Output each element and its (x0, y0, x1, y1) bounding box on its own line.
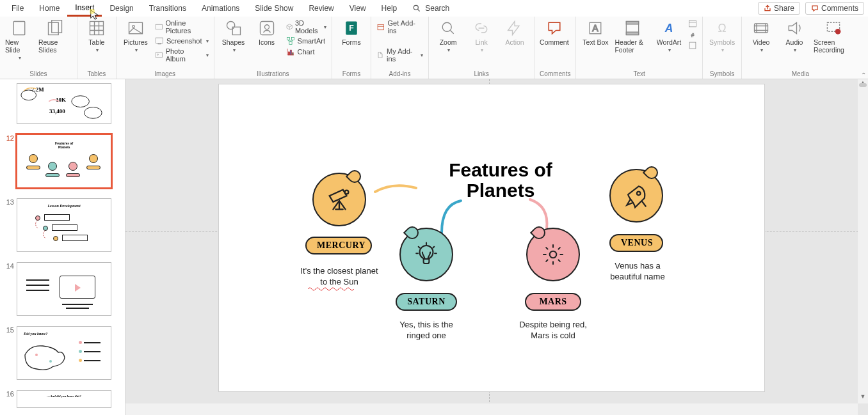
comments-button[interactable]: Comments (805, 2, 864, 15)
svg-point-44 (49, 360, 52, 363)
zoom-button[interactable]: Zoom (434, 19, 462, 53)
svg-point-48 (637, 192, 641, 196)
link-button[interactable]: Link (467, 19, 495, 53)
vertical-scrollbar[interactable]: ▲ ▼ (858, 79, 868, 403)
my-addins-button[interactable]: My Add-ins (376, 47, 423, 63)
online-pictures-button[interactable]: Online Pictures (155, 19, 209, 35)
svg-point-43 (35, 354, 38, 356)
ribbon: New Slide Reuse Slides Slides Table Tabl… (0, 17, 868, 79)
tab-design[interactable]: Design (102, 1, 141, 15)
3dmodels-button[interactable]: 3D Models (286, 19, 326, 35)
screen-recording-button[interactable]: Screen Recording (814, 19, 854, 54)
forms-button[interactable]: FForms (337, 19, 366, 46)
svg-point-46 (420, 246, 433, 259)
svg-text:Ω: Ω (718, 22, 726, 35)
tab-view[interactable]: View (342, 1, 374, 15)
svg-text:A: A (593, 23, 599, 33)
slide-number-button[interactable]: # (688, 30, 697, 39)
photo-album-button[interactable]: Photo Album (155, 47, 209, 63)
new-comment-button[interactable]: Comment (540, 19, 569, 46)
group-slides: New Slide Reuse Slides Slides (0, 17, 77, 79)
group-comments: Comment Comments (534, 17, 576, 79)
tab-file[interactable]: File (4, 1, 31, 15)
icons-button[interactable]: Icons (253, 19, 281, 46)
svg-point-0 (414, 5, 419, 10)
slide-thumb-13[interactable]: Lesson Development (17, 198, 111, 252)
svg-rect-5 (90, 22, 103, 35)
svg-rect-22 (292, 52, 293, 55)
new-slide-button[interactable]: New Slide (5, 19, 33, 61)
planet-icon-mercury[interactable] (312, 173, 366, 226)
share-label: Share (774, 4, 794, 13)
planet-label-saturn[interactable]: Saturn (396, 293, 457, 311)
symbols-button[interactable]: ΩSymbols (708, 19, 736, 53)
planet-desc-saturn[interactable]: Yes, this is the ringed one (390, 320, 462, 341)
tab-animations[interactable]: Animations (194, 1, 247, 15)
horizontal-scrollbar[interactable] (125, 403, 858, 415)
slide-editor-stage[interactable]: Features of Planets Mercury It's the clo… (125, 79, 868, 415)
group-label: Illustrations (220, 69, 326, 77)
planet-label-mars[interactable]: Mars (525, 293, 581, 311)
share-button[interactable]: Share (758, 2, 800, 15)
video-button[interactable]: Video (747, 19, 775, 53)
collapse-ribbon-button[interactable]: ⌃ (859, 17, 868, 79)
svg-point-41 (72, 96, 90, 107)
slide-thumb-14[interactable] (17, 262, 111, 316)
group-illustrations: Shapes Icons 3D Models SmartArt Chart Il… (214, 17, 332, 79)
planet-desc-venus[interactable]: Venus has a beautiful name (603, 261, 672, 283)
svg-point-40 (21, 90, 36, 100)
svg-point-26 (442, 22, 451, 31)
group-symbols: ΩSymbols Symbols (703, 17, 742, 79)
comments-label: Comments (821, 4, 858, 13)
slide-thumb-11[interactable]: 7.2M 10K 33,400 (17, 83, 111, 124)
search-button[interactable]: Search (405, 1, 457, 15)
tab-slideshow[interactable]: Slide Show (247, 1, 301, 15)
tab-transitions[interactable]: Transitions (141, 1, 194, 15)
audio-button[interactable]: Audio (780, 19, 808, 53)
slide-thumb-15[interactable]: Did you know? (17, 326, 111, 380)
planet-icon-venus[interactable] (609, 169, 663, 223)
scroll-down-button[interactable]: ▼ (858, 393, 868, 403)
textbox-button[interactable]: AText Box (581, 19, 609, 46)
rocket-icon (622, 182, 650, 210)
planet-label-mercury[interactable]: Mercury (305, 237, 372, 254)
pictures-button[interactable]: Pictures (122, 19, 150, 53)
svg-rect-8 (156, 24, 162, 29)
chart-button[interactable]: Chart (286, 47, 326, 56)
shapes-button[interactable]: Shapes (220, 19, 248, 53)
get-addins-button[interactable]: Get Add-ins (376, 19, 423, 35)
smartart-button[interactable]: SmartArt (286, 36, 326, 45)
slide-title[interactable]: Features of Planets (411, 160, 590, 200)
planet-icon-saturn[interactable] (399, 228, 453, 281)
tab-home[interactable]: Home (31, 1, 67, 15)
connector-squiggle (374, 180, 419, 200)
table-button[interactable]: Table (83, 19, 111, 53)
svg-rect-2 (13, 22, 25, 35)
group-label: Tables (83, 69, 111, 77)
slide-thumbnail-panel[interactable]: 7.2M 10K 33,400 12 Features ofPlanets 13 (0, 79, 125, 415)
svg-rect-18 (291, 37, 294, 40)
tab-insert[interactable]: Insert (67, 1, 102, 17)
scroll-thumb[interactable] (859, 83, 867, 87)
slide-thumb-12[interactable]: Features ofPlanets (17, 134, 111, 188)
planet-desc-mars[interactable]: Despite being red, Mars is cold (512, 320, 594, 341)
tab-help[interactable]: Help (374, 1, 405, 15)
svg-rect-10 (158, 43, 161, 44)
svg-point-16 (264, 25, 269, 29)
svg-rect-9 (156, 38, 163, 43)
object-button[interactable] (688, 41, 697, 50)
planet-desc-mercury[interactable]: It's the closest planet to the Sun (299, 266, 380, 288)
group-links: Zoom Link Action Links (429, 17, 534, 79)
planet-label-venus[interactable]: Venus (609, 234, 663, 252)
slide-thumb-16[interactable]: …And did you know this? (17, 390, 111, 408)
wordart-button[interactable]: AWordArt (655, 19, 683, 53)
reuse-slides-button[interactable]: Reuse Slides (38, 19, 72, 54)
slide-canvas[interactable]: Features of Planets Mercury It's the clo… (219, 84, 764, 391)
header-footer-button[interactable]: Header & Footer (615, 19, 650, 54)
planet-icon-mars[interactable] (526, 228, 580, 281)
date-time-button[interactable] (688, 19, 697, 28)
screenshot-button[interactable]: Screenshot (155, 36, 209, 45)
action-button[interactable]: Action (501, 19, 529, 46)
group-label: Slides (5, 69, 72, 77)
tab-review[interactable]: Review (301, 1, 341, 15)
